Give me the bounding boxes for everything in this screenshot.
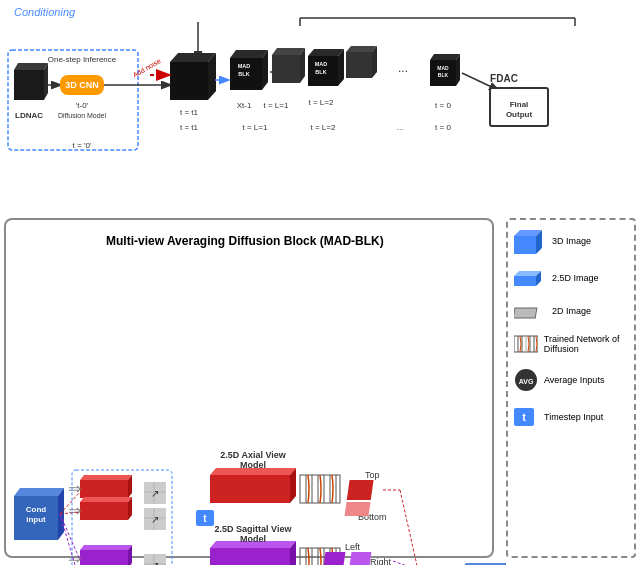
legend-label-avg: Average Inputs: [544, 375, 604, 385]
svg-text:↗: ↗: [151, 514, 159, 525]
legend-item-network: Trained Network of Diffusion: [514, 334, 628, 354]
svg-rect-5: [14, 70, 44, 100]
svg-text:BLK: BLK: [438, 72, 449, 78]
svg-rect-16: [170, 62, 208, 100]
svg-text:t = t1: t = t1: [180, 123, 199, 132]
svg-rect-31: [272, 55, 300, 83]
svg-marker-23: [230, 50, 268, 58]
svg-text:'t-0': 't-0': [76, 101, 89, 110]
svg-rect-100: [80, 480, 128, 498]
svg-text:t = 0: t = 0: [435, 101, 451, 110]
svg-rect-161: [347, 480, 374, 500]
svg-line-213: [400, 490, 418, 565]
svg-rect-163: [345, 502, 371, 516]
svg-marker-17: [170, 53, 216, 62]
svg-rect-66: [514, 236, 536, 254]
25d-image-icon: [514, 268, 546, 288]
svg-text:One-step Inference: One-step Inference: [48, 55, 117, 64]
svg-text:Diffusion Model: Diffusion Model: [58, 112, 107, 119]
svg-marker-92: [14, 488, 64, 496]
svg-text:t = L=1: t = L=1: [243, 123, 268, 132]
svg-text:Left: Left: [345, 542, 361, 552]
svg-marker-32: [272, 48, 305, 55]
svg-marker-46: [430, 54, 460, 60]
svg-text:...: ...: [398, 61, 408, 75]
svg-marker-6: [14, 63, 48, 70]
svg-text:MAD: MAD: [437, 65, 449, 71]
svg-rect-181: [349, 552, 372, 565]
svg-text:BLK: BLK: [315, 69, 326, 75]
svg-rect-166: [210, 548, 290, 565]
svg-text:Model: Model: [240, 460, 266, 470]
svg-text:Model: Model: [240, 534, 266, 544]
svg-text:LDNAC: LDNAC: [15, 111, 43, 120]
svg-rect-69: [514, 276, 536, 286]
svg-text:...: ...: [397, 123, 404, 132]
svg-text:Top: Top: [365, 470, 380, 480]
legend-item-2d: 2D Image: [514, 302, 628, 320]
svg-rect-72: [514, 308, 537, 318]
svg-text:Output: Output: [506, 110, 533, 119]
bottom-section: Multi-view Averaging Diffusion Block (MA…: [0, 210, 640, 565]
svg-text:t = L=2: t = L=2: [309, 98, 334, 107]
svg-text:⇒: ⇒: [68, 480, 81, 497]
legend-item-3d: 3D Image: [514, 228, 628, 254]
svg-marker-101: [80, 475, 132, 480]
legend-label-25d: 2.5D Image: [552, 273, 599, 283]
svg-text:3D CNN: 3D CNN: [65, 80, 99, 90]
svg-text:t = '0': t = '0': [73, 141, 92, 150]
svg-text:t = L=1: t = L=1: [264, 101, 289, 110]
bottom-diagram-svg: Cond input Xt ⇒ ⇒ ⇒ ⇒: [0, 420, 640, 565]
svg-text:2.5D Sagittal View: 2.5D Sagittal View: [215, 524, 293, 534]
svg-text:FDAC: FDAC: [490, 73, 518, 84]
legend-item-avg: AVG Average Inputs: [514, 368, 628, 392]
svg-rect-103: [80, 502, 128, 520]
svg-text:MAD: MAD: [238, 63, 251, 69]
legend-label-3d: 3D Image: [552, 236, 591, 246]
svg-text:t = L=2: t = L=2: [311, 123, 336, 132]
svg-text:Cond: Cond: [26, 505, 47, 514]
svg-marker-35: [308, 49, 344, 56]
svg-text:⇒: ⇒: [68, 502, 81, 519]
svg-text:↗: ↗: [151, 560, 159, 565]
svg-line-214: [393, 561, 418, 565]
svg-text:↗: ↗: [151, 488, 159, 499]
svg-rect-106: [80, 550, 128, 565]
svg-text:input: input: [26, 515, 46, 524]
svg-rect-148: [210, 475, 290, 503]
network-icon: [514, 334, 538, 354]
top-section: Conditioning 3D CNN 't-0' Diffusion Mode…: [0, 0, 640, 210]
legend-item-25d: 2.5D Image: [514, 268, 628, 288]
svg-marker-42: [346, 46, 377, 52]
avg-icon: AVG: [514, 368, 538, 392]
svg-text:Final: Final: [510, 100, 529, 109]
legend-label-network: Trained Network of Diffusion: [544, 334, 628, 354]
svg-text:Xt-1: Xt-1: [237, 101, 252, 110]
3d-image-icon: [514, 228, 546, 254]
svg-rect-41: [346, 52, 372, 78]
svg-marker-107: [80, 545, 132, 550]
top-diagram-svg: 3D CNN 't-0' Diffusion Model One-step In…: [0, 0, 640, 210]
mad-blk-title: Multi-view Averaging Diffusion Block (MA…: [106, 234, 384, 248]
svg-rect-179: [323, 552, 346, 565]
2d-image-icon: [514, 302, 546, 320]
svg-text:2.5D Axial View: 2.5D Axial View: [220, 450, 287, 460]
svg-text:t = t1: t = t1: [180, 108, 199, 117]
svg-text:Right: Right: [370, 557, 392, 565]
svg-text:t = 0: t = 0: [435, 123, 451, 132]
svg-marker-104: [80, 497, 132, 502]
legend-label-2d: 2D Image: [552, 306, 591, 316]
svg-text:AVG: AVG: [519, 378, 534, 385]
svg-text:MAD: MAD: [315, 61, 328, 67]
svg-text:BLK: BLK: [238, 71, 249, 77]
